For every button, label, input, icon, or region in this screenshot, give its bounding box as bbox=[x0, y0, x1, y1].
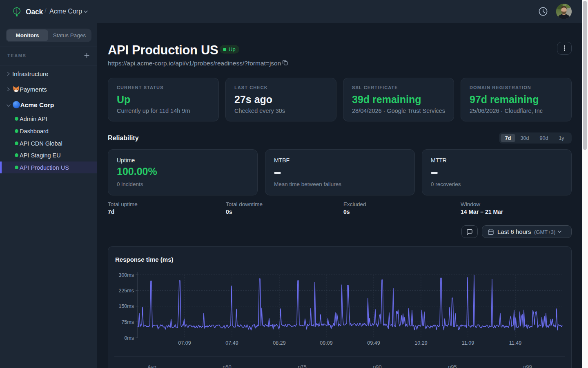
svg-text:p99: p99 bbox=[523, 364, 532, 368]
svg-text:11:09: 11:09 bbox=[462, 340, 474, 346]
svg-text:10:29: 10:29 bbox=[414, 340, 427, 346]
svg-text:p90: p90 bbox=[373, 364, 382, 368]
svg-text:08:29: 08:29 bbox=[273, 340, 285, 346]
svg-text:150ms: 150ms bbox=[118, 303, 134, 309]
svg-text:07:09: 07:09 bbox=[178, 340, 191, 346]
svg-text:p75: p75 bbox=[298, 364, 307, 368]
svg-text:Avg: Avg bbox=[147, 364, 156, 368]
svg-text:09:09: 09:09 bbox=[320, 340, 332, 346]
svg-text:225ms: 225ms bbox=[118, 288, 134, 294]
svg-text:p50: p50 bbox=[223, 364, 232, 368]
svg-text:09:49: 09:49 bbox=[367, 340, 380, 346]
svg-text:300ms: 300ms bbox=[118, 272, 134, 278]
svg-text:p95: p95 bbox=[448, 364, 457, 368]
svg-text:0ms: 0ms bbox=[124, 335, 134, 341]
svg-text:75ms: 75ms bbox=[121, 319, 134, 325]
svg-text:11:49: 11:49 bbox=[509, 340, 521, 346]
svg-text:07:49: 07:49 bbox=[225, 340, 238, 346]
